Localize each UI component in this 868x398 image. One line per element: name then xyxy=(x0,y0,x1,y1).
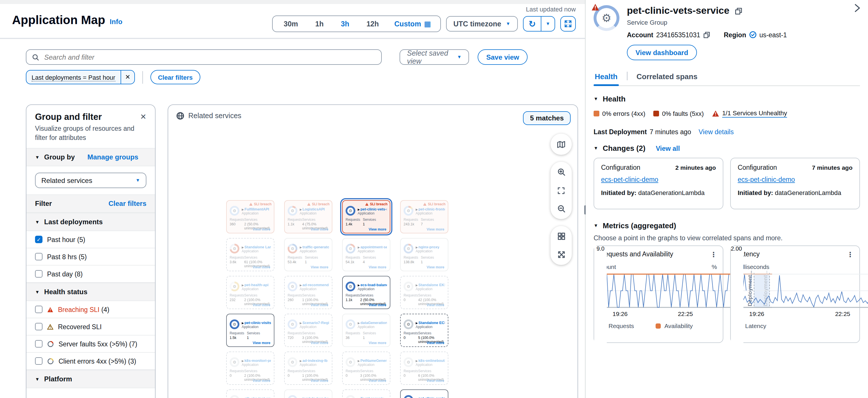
service-name[interactable]: ▶LogisticsAPI xyxy=(300,207,324,211)
checkbox[interactable] xyxy=(35,323,42,330)
service-name[interactable]: ▶k8s-onlineboutique-60... xyxy=(415,358,445,362)
service-name[interactable]: ▶k8s-monitori-prometh... xyxy=(242,358,271,362)
service-name[interactable]: ▶alb-eks-test-app xyxy=(242,396,271,398)
service-card-testagarwalr[interactable]: ⚙ ▶TestAgarwalr Application Requests Ser… xyxy=(342,389,391,398)
time-range-custom[interactable]: Custom ▦ xyxy=(388,20,438,28)
service-card-pet-clinic-customers-s-[interactable]: ⚙ ▶pet-clinic-customers-s... Application… xyxy=(400,389,448,398)
service-card-appointment-service-g-[interactable]: ⚙ ▶appointment-service-g... Application … xyxy=(342,238,391,271)
view-more-link[interactable]: View more xyxy=(311,341,329,345)
service-name[interactable]: ▶lambda-bug-bash xyxy=(300,396,329,398)
service-card-pet-health-api[interactable]: ⚙ ▶pet-health-api Application Requests23… xyxy=(226,276,274,309)
clear-filters-button[interactable]: Clear filters xyxy=(150,70,200,84)
service-card-pet-clinic-frontend-java[interactable]: SLI breach ⚙ ▶pet-clinic-frontend-java A… xyxy=(400,200,448,233)
saved-view-select[interactable]: Select saved view ▼ xyxy=(400,49,469,65)
service-card-ecs-load-balancer[interactable]: ⚙ ▶ecs-load-balancer Application Request… xyxy=(342,276,391,309)
pan-button[interactable] xyxy=(554,248,568,261)
timezone-select[interactable]: UTC timezone ▼ xyxy=(446,16,518,32)
service-name[interactable]: ▶dataGenerationLambda xyxy=(358,320,387,324)
service-card-alb-eks-test-app[interactable]: ⚙ ▶alb-eks-test-app Application Requests… xyxy=(226,389,274,398)
save-view-button[interactable]: Save view xyxy=(477,49,528,65)
time-range-3h[interactable]: 3h xyxy=(332,20,358,28)
service-card-datagenerationlambda[interactable]: ⚙ ▶dataGenerationLambda Application Requ… xyxy=(342,314,391,347)
service-card-lambda-bug-bash[interactable]: ⚙ ▶lambda-bug-bash Application Requests … xyxy=(284,389,332,398)
service-name[interactable]: ▶Standalone Lambda xyxy=(242,244,271,248)
service-card-k8s-onlineboutique-60-[interactable]: ⚙ ▶k8s-onlineboutique-60... Application … xyxy=(400,352,448,385)
service-name[interactable]: ▶Standalone ECS xyxy=(415,320,445,324)
service-name[interactable]: ▶PetNameGenerator xyxy=(358,358,387,362)
service-card-standalone-ecs[interactable]: ⚙ ▶Standalone ECS Application Requests0 … xyxy=(400,314,448,347)
group-by-header[interactable]: ▼ Group by Manage groups xyxy=(26,148,155,166)
time-range-12h[interactable]: 12h xyxy=(358,20,388,28)
service-card-pet-clinic-visits-service[interactable]: ⚙ ▶pet-clinic-visits-service Application… xyxy=(226,314,274,347)
service-card-fulfillmentapi[interactable]: SLI breach ⚙ ▶FulfillmentAPI Application… xyxy=(226,200,274,233)
refresh-options-button[interactable]: ▼ xyxy=(541,16,555,31)
view-more-link[interactable]: View more xyxy=(253,341,270,345)
view-more-link[interactable]: View more xyxy=(311,303,329,307)
kebab-menu-icon[interactable]: ⋮ xyxy=(847,251,854,259)
view-more-link[interactable]: View more xyxy=(427,341,444,345)
info-link[interactable]: Info xyxy=(110,18,122,26)
change-resource-link[interactable]: ecs-pet-clinic-demo xyxy=(601,176,658,183)
filter-section-health-status[interactable]: ▼ Health status xyxy=(26,283,155,301)
service-card-nginx-proxy[interactable]: ⚙ ▶nginx-proxy Application Requests138.8… xyxy=(400,238,448,271)
view-details-link[interactable]: View details xyxy=(699,129,734,135)
matches-button[interactable]: 5 matches xyxy=(523,111,570,125)
unhealthy-link[interactable]: 1/1 Services Unhealthy xyxy=(722,109,787,118)
service-name[interactable]: ▶ecs-load-balancer xyxy=(358,283,387,287)
view-more-link[interactable]: View more xyxy=(369,341,386,345)
view-more-link[interactable]: View more xyxy=(311,227,329,231)
service-name[interactable]: ▶pet-health-api xyxy=(242,283,269,287)
grid-layout-button[interactable] xyxy=(554,230,568,242)
service-name[interactable]: ▶Scenario7-RegisterNe... xyxy=(300,320,329,324)
time-range-30m[interactable]: 30m xyxy=(275,20,307,28)
view-more-link[interactable]: View more xyxy=(369,303,386,307)
view-more-link[interactable]: View more xyxy=(253,227,270,231)
zoom-in-button[interactable] xyxy=(554,166,568,178)
view-more-link[interactable]: View more xyxy=(311,265,329,269)
copy-icon[interactable] xyxy=(703,31,710,38)
view-more-link[interactable]: View more xyxy=(369,265,386,269)
view-more-link[interactable]: View more xyxy=(253,303,270,307)
service-card-k8s-monitori-prometh-[interactable]: ⚙ ▶k8s-monitori-prometh... Application R… xyxy=(226,352,274,385)
view-more-link[interactable]: View more xyxy=(253,378,270,383)
service-card-pet-clinic-vets-service[interactable]: SLI breach ⚙ ▶pet-clinic-vets-service Ap… xyxy=(342,200,391,233)
view-more-link[interactable]: View more xyxy=(427,303,444,307)
fullscreen-button[interactable] xyxy=(560,16,576,32)
tab-health[interactable]: Health xyxy=(594,72,619,86)
service-card-scenario7-registerne-[interactable]: ⚙ ▶Scenario7-RegisterNe... Application R… xyxy=(284,314,332,347)
filter-section-platform[interactable]: ▼ Platform xyxy=(26,370,155,388)
service-name[interactable]: ▶pet-clinic-customers-s... xyxy=(415,396,445,398)
close-icon[interactable]: ✕ xyxy=(140,112,146,121)
checkbox[interactable]: ✓ xyxy=(35,236,42,243)
service-name[interactable]: ▶pet-clinic-visits-service xyxy=(242,320,271,324)
service-card-standalone-eks[interactable]: ⚙ ▶Standalone EKS Application Requests0 … xyxy=(400,276,448,309)
service-card-ad-recommendation-lb[interactable]: ⚙ ▶ad-recommendation-lb Application Requ… xyxy=(284,276,332,309)
tab-correlated-spans[interactable]: Correlated spans xyxy=(635,72,699,86)
search-box[interactable] xyxy=(26,49,382,65)
service-card-logisticsapi[interactable]: SLI breach ⚙ ▶LogisticsAPI Application R… xyxy=(284,200,332,233)
minimap-button[interactable] xyxy=(551,134,572,155)
group-by-select[interactable]: Related services ▼ xyxy=(35,173,146,188)
view-more-link[interactable]: View more xyxy=(369,378,386,383)
service-name[interactable]: ▶FulfillmentAPI xyxy=(242,207,269,211)
health-section-header[interactable]: ▼ Health xyxy=(594,95,860,103)
checkbox[interactable] xyxy=(35,340,42,347)
service-name[interactable]: ▶nginx-proxy xyxy=(415,244,439,248)
service-card-standalone-lambda[interactable]: ⚙ ▶Standalone Lambda Application Request… xyxy=(226,238,274,271)
service-name[interactable]: ▶ad-recommendation-lb xyxy=(300,283,329,287)
fit-to-screen-button[interactable] xyxy=(554,184,568,197)
zoom-out-button[interactable] xyxy=(554,202,568,215)
checkbox[interactable] xyxy=(35,306,42,313)
service-card-traffic-generator[interactable]: ⚙ ▶traffic-generator Application Request… xyxy=(284,238,332,271)
chart-plot[interactable]: Deployment...Deployment... xyxy=(737,272,868,308)
service-name[interactable]: ▶TestAgarwalr xyxy=(358,396,383,398)
copy-icon[interactable] xyxy=(735,7,742,14)
view-more-link[interactable]: View more xyxy=(427,227,444,231)
view-dashboard-button[interactable]: View dashboard xyxy=(627,45,697,60)
service-name[interactable]: ▶traffic-generator xyxy=(300,244,329,248)
checkbox[interactable] xyxy=(35,253,42,260)
kebab-menu-icon[interactable]: ⋮ xyxy=(710,251,717,259)
service-card-ad-indexing-lb[interactable]: ⚙ ▶ad-indexing-lb Application Requests0 … xyxy=(284,352,332,385)
refresh-button[interactable]: ↻ xyxy=(524,16,541,31)
service-name[interactable]: ▶ad-indexing-lb xyxy=(300,358,328,362)
